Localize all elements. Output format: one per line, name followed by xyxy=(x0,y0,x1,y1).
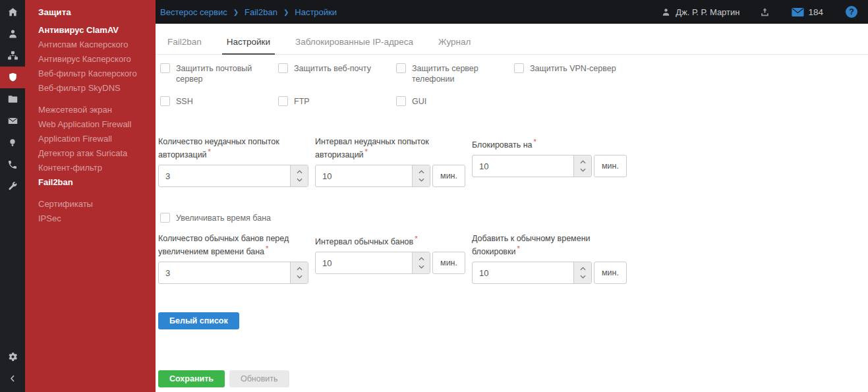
spinner-up-icon[interactable] xyxy=(413,255,430,263)
checkbox-box[interactable] xyxy=(396,63,406,73)
sidebar-security: Защита Антивирус ClamAV Антиспам Касперс… xyxy=(25,0,156,392)
bans-before-increase-input[interactable] xyxy=(158,262,308,284)
help-button[interactable]: ? xyxy=(846,6,857,18)
checkbox-box[interactable] xyxy=(160,213,170,223)
checkbox-box[interactable] xyxy=(396,96,406,106)
failed-attempts-input[interactable] xyxy=(158,165,308,187)
spinner-up-icon[interactable] xyxy=(291,168,308,176)
field-label: Количество неудачных попыток авторизаций… xyxy=(158,137,308,160)
spinner-up-icon[interactable] xyxy=(413,168,430,176)
sidebar-item-webfilter-kaspersky[interactable]: Веб-фильтр Касперского xyxy=(25,67,156,81)
lightbulb-icon[interactable] xyxy=(0,132,25,154)
spinner-down-icon[interactable] xyxy=(574,166,592,174)
phone-icon[interactable] xyxy=(0,154,25,175)
field-bans-before-increase: Количество обычных банов перед увеличени… xyxy=(158,234,315,284)
tab-bar: Fail2ban Настройки Заблокированные IP-ад… xyxy=(156,24,868,55)
field-failed-attempts: Количество неудачных попыток авторизаций… xyxy=(158,137,315,187)
user-menu[interactable]: Дж. Р. Р. Мартин xyxy=(661,7,739,17)
sidebar-item-webfilter-skydns[interactable]: Веб-фильтр SkyDNS xyxy=(25,81,156,96)
checkbox-label: Защитить почтовый сервер xyxy=(176,63,262,84)
messages-count-badge: 184 xyxy=(808,7,823,17)
user-name: Дж. Р. Р. Мартин xyxy=(676,7,739,17)
sidebar-item-firewall[interactable]: Межсетевой экран xyxy=(25,103,156,117)
collapse-sidebar-icon[interactable] xyxy=(0,368,25,389)
field-bans-interval: Интервал обычных банов* мин. xyxy=(315,234,472,274)
field-label: Блокировать на* xyxy=(472,137,626,150)
tab-fail2ban[interactable]: Fail2ban xyxy=(163,31,206,55)
form-row-auth-attempts: Количество неудачных попыток авторизаций… xyxy=(158,137,868,187)
mail-icon[interactable] xyxy=(0,110,25,132)
tab-journal[interactable]: Журнал xyxy=(434,31,475,55)
checkbox-label: Защитить веб-почту xyxy=(294,63,371,74)
sidebar-item-certificates[interactable]: Сертификаты xyxy=(25,197,156,211)
number-spinner xyxy=(573,262,591,283)
required-mark: * xyxy=(266,244,268,252)
shield-icon[interactable] xyxy=(0,67,25,88)
checkbox-box[interactable] xyxy=(514,63,524,73)
gear-icon[interactable] xyxy=(0,346,25,368)
checkbox-box[interactable] xyxy=(278,63,288,73)
tab-settings[interactable]: Настройки xyxy=(222,31,275,55)
checkbox-box[interactable] xyxy=(160,96,170,106)
whitelist-button[interactable]: Белый список xyxy=(158,312,239,329)
breadcrumb-separator-icon: ❯ xyxy=(233,8,239,16)
checkbox-box[interactable] xyxy=(160,63,170,73)
checkbox-protect-webmail: Защитить веб-почту xyxy=(278,63,396,90)
topbar-right: Дж. Р. Р. Мартин 184 ? xyxy=(661,6,857,18)
unit-minutes: мин. xyxy=(594,262,627,284)
unit-minutes: мин. xyxy=(432,252,465,274)
spinner-down-icon[interactable] xyxy=(291,273,308,281)
folder-icon[interactable] xyxy=(0,88,25,110)
home-icon[interactable] xyxy=(0,1,25,23)
sidebar-item-suricata[interactable]: Детектор атак Suricata xyxy=(25,146,156,161)
tab-blocked-ip[interactable]: Заблокированные IP-адреса xyxy=(291,31,418,55)
spinner-up-icon[interactable] xyxy=(291,265,308,273)
user-icon[interactable] xyxy=(0,23,25,45)
refresh-button[interactable]: Обновить xyxy=(229,370,289,387)
checkbox-label: FTP xyxy=(294,96,310,107)
checkbox-increase-ban-time: Увеличивать время бана xyxy=(160,213,868,223)
field-label: Интервал неудачных попыток авторизаций* xyxy=(315,137,461,160)
save-button[interactable]: Сохранить xyxy=(158,370,225,387)
sidebar-item-antivirus-kaspersky[interactable]: Антивирус Касперского xyxy=(25,52,156,67)
form-actions: Сохранить Обновить xyxy=(158,370,289,387)
wrench-icon[interactable] xyxy=(0,175,25,197)
spinner-down-icon[interactable] xyxy=(291,176,308,184)
spinner-down-icon[interactable] xyxy=(574,273,592,281)
number-spinner xyxy=(412,252,430,273)
required-mark: * xyxy=(517,244,519,252)
checkbox-protect-mail-server: Защитить почтовый сервер xyxy=(160,63,278,90)
breadcrumb: Вестерос сервис ❯ Fail2ban ❯ Настройки xyxy=(160,7,337,17)
checkbox-label: Защитить сервер телефонии xyxy=(412,63,498,84)
sidebar-item-antispam-kaspersky[interactable]: Антиспам Касперского xyxy=(25,38,156,52)
number-spinner xyxy=(412,165,430,186)
sidebar-item-content-filter[interactable]: Контент-фильтр xyxy=(25,161,156,175)
sidebar-item-fail2ban[interactable]: Fail2ban xyxy=(25,175,156,190)
network-icon[interactable] xyxy=(0,45,25,67)
unit-minutes: мин. xyxy=(594,155,627,177)
spinner-up-icon[interactable] xyxy=(574,158,592,166)
envelope-icon xyxy=(792,7,804,17)
spinner-up-icon[interactable] xyxy=(574,265,592,273)
sidebar-item-application-firewall[interactable]: Application Firewall xyxy=(25,132,156,146)
breadcrumb-link-service[interactable]: Вестерос сервис xyxy=(160,7,227,17)
sidebar-item-antivirus-clamav[interactable]: Антивирус ClamAV xyxy=(25,23,156,38)
checkbox-ftp: FTP xyxy=(278,96,396,107)
breadcrumb-link-fail2ban[interactable]: Fail2ban xyxy=(245,7,277,17)
number-spinner xyxy=(290,262,308,283)
messages-button[interactable]: 184 xyxy=(792,7,823,17)
checkbox-label: Защитить VPN-сервер xyxy=(530,63,616,74)
icon-rail-bottom xyxy=(0,345,25,389)
sidebar-item-waf[interactable]: Web Application Firewall xyxy=(25,117,156,132)
spinner-down-icon[interactable] xyxy=(413,176,430,184)
sidebar-item-ipsec[interactable]: IPSec xyxy=(25,211,156,226)
number-spinner xyxy=(290,165,308,186)
main-area: Вестерос сервис ❯ Fail2ban ❯ Настройки Д… xyxy=(156,0,868,392)
upload-button[interactable] xyxy=(759,7,770,18)
topbar: Вестерос сервис ❯ Fail2ban ❯ Настройки Д… xyxy=(156,0,868,24)
checkbox-box[interactable] xyxy=(278,96,288,106)
spinner-down-icon[interactable] xyxy=(413,263,430,271)
checkbox-protect-vpn: Защитить VPN-сервер xyxy=(514,63,632,90)
field-label: Интервал обычных банов* xyxy=(315,234,465,247)
icon-rail xyxy=(0,0,25,392)
